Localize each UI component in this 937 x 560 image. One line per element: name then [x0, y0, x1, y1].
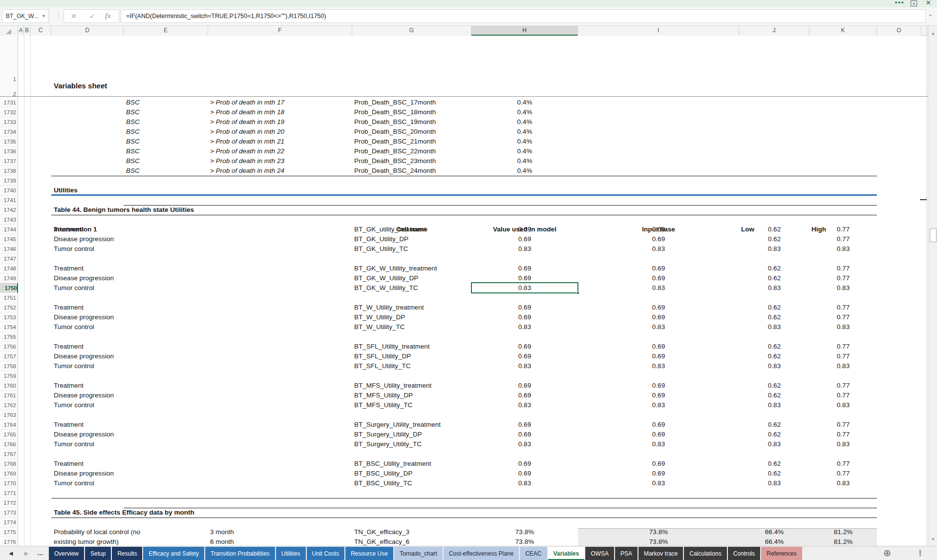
vertical-scrollbar[interactable]: ▲ ▼: [928, 26, 937, 546]
cell-D1745[interactable]: Disease progression: [54, 234, 114, 244]
cell-G1758[interactable]: BT_SFL_Utility_TC: [354, 361, 470, 371]
cell-I1775[interactable]: 73.8%: [578, 527, 739, 537]
cell-H1768[interactable]: 0.69: [471, 459, 578, 469]
cell-I1761[interactable]: 0.69: [578, 391, 739, 400]
cell-G1733[interactable]: Prob_Death_BSC_19month: [354, 117, 470, 127]
cell-J1753[interactable]: 0.62: [739, 312, 809, 322]
cell-J1766[interactable]: 0.83: [739, 439, 809, 449]
cell-H1745[interactable]: 0.69: [471, 234, 578, 244]
cell-F1734[interactable]: > Prob of death in mth 20: [210, 127, 284, 137]
cell-H1737[interactable]: 0.4%: [471, 156, 578, 166]
cell-I1753[interactable]: 0.69: [578, 312, 739, 322]
cell-G1734[interactable]: Prob_Death_BSC_20month: [354, 127, 470, 137]
sheet-tab-ceac[interactable]: CEAC: [520, 547, 547, 560]
table44-title[interactable]: Table 44. Benign tumors health state Uti…: [54, 205, 194, 215]
row-header-1754[interactable]: 1754: [0, 322, 16, 332]
cell-G1775[interactable]: TN_GK_efficacy_3: [354, 527, 470, 537]
cell-H1738[interactable]: 0.4%: [471, 166, 578, 176]
cell-H1769[interactable]: 0.69: [471, 469, 578, 478]
cell-K1745[interactable]: 0.77: [809, 234, 877, 244]
row-header-1741[interactable]: 1741: [0, 195, 16, 205]
cell-J1775[interactable]: 66.4%: [739, 527, 809, 537]
cell-H1761[interactable]: 0.69: [471, 391, 578, 400]
cell-I1760[interactable]: 0.69: [578, 381, 739, 391]
sheet-tab-utilities[interactable]: Utilities: [276, 547, 306, 560]
cell-H1744[interactable]: 0.69: [471, 225, 578, 234]
column-header-A[interactable]: A: [18, 26, 24, 36]
cell-H1732[interactable]: 0.4%: [471, 107, 578, 117]
cell-H1733[interactable]: 0.4%: [471, 117, 578, 127]
cancel-icon[interactable]: ✕: [71, 10, 77, 22]
cell-H1757[interactable]: 0.69: [471, 352, 578, 361]
cell-D1757[interactable]: Disease progression: [54, 352, 114, 361]
cell-F1732[interactable]: > Prob of death in mth 18: [210, 107, 284, 117]
cell-I1749[interactable]: 0.69: [578, 273, 739, 283]
sheet-tab-markov-trace[interactable]: Markov trace: [639, 547, 683, 560]
cell-D1749[interactable]: Disease progression: [54, 273, 114, 283]
row-header-1763[interactable]: 1763: [0, 410, 16, 420]
cell-H1760[interactable]: 0.69: [471, 381, 578, 391]
cell-D1776[interactable]: existing tumor growth): [54, 537, 119, 546]
cell-H1752[interactable]: 0.69: [471, 303, 578, 312]
cell-G1735[interactable]: Prob_Death_BSC_21month: [354, 137, 470, 146]
cell-G1757[interactable]: BT_SFL_Utility_DP: [354, 352, 470, 361]
row-header-1767[interactable]: 1767: [0, 449, 16, 459]
row-header-1768[interactable]: 1768: [0, 459, 16, 469]
cell-G1744[interactable]: BT_GK_utility_treatment: [354, 225, 470, 234]
cell-K1750[interactable]: 0.83: [809, 283, 877, 293]
row-header-1773[interactable]: 1773: [0, 508, 16, 518]
row-header-1736[interactable]: 1736: [0, 146, 16, 156]
cell-D1765[interactable]: Disease progression: [54, 430, 114, 439]
cell-G1732[interactable]: Prob_Death_BSC_18month: [354, 107, 470, 117]
selected-cell-outline[interactable]: [471, 282, 578, 293]
utilities-heading[interactable]: Utilities: [54, 186, 78, 195]
cell-D1758[interactable]: Tumor control: [54, 361, 94, 371]
row-header-1742[interactable]: 1742: [0, 205, 16, 215]
cell-G1768[interactable]: BT_BSC_Utility_treatment: [354, 459, 470, 469]
row-header-1738[interactable]: 1738: [0, 166, 16, 176]
cell-K1764[interactable]: 0.77: [809, 420, 877, 430]
sheet-tab-controls[interactable]: Controls: [728, 547, 761, 560]
cell-E1736[interactable]: BSC: [126, 146, 140, 156]
cell-J1761[interactable]: 0.62: [739, 391, 809, 400]
cell-F1735[interactable]: > Prob of death in mth 21: [210, 137, 284, 146]
sheet-tab-efficacy-and-safety[interactable]: Efficacy and Safety: [143, 547, 204, 560]
row-header-1756[interactable]: 1756: [0, 342, 16, 352]
cell-I1758[interactable]: 0.83: [578, 361, 739, 371]
cell-D1761[interactable]: Disease progression: [54, 391, 114, 400]
cell-F1731[interactable]: > Prob of death in mth 17: [210, 98, 284, 107]
row-header-1770[interactable]: 1770: [0, 478, 16, 488]
sheet-tab-setup[interactable]: Setup: [85, 547, 111, 560]
cell-E1731[interactable]: BSC: [126, 98, 140, 107]
row-header-1747[interactable]: 1747: [0, 254, 16, 264]
cell-K1770[interactable]: 0.83: [809, 478, 877, 488]
cell-D1769[interactable]: Disease progression: [54, 469, 114, 478]
cell-J1744[interactable]: 0.62: [739, 225, 809, 234]
cell-F1775[interactable]: 3 month: [210, 527, 234, 537]
name-box[interactable]: BT_GK_W... ▼: [2, 9, 49, 23]
cell-I1768[interactable]: 0.69: [578, 459, 739, 469]
cell-J1746[interactable]: 0.83: [739, 244, 809, 254]
cell-G1760[interactable]: BT_MFS_Utility_treatment: [354, 381, 470, 391]
cell-G1762[interactable]: BT_MFS_Utility_TC: [354, 400, 470, 410]
name-box-dropdown-icon[interactable]: ▼: [42, 10, 46, 22]
row-header-2-clipped[interactable]: 2: [0, 89, 16, 96]
cell-E1734[interactable]: BSC: [126, 127, 140, 137]
row-header-2[interactable]: 2: [0, 89, 16, 96]
cell-G1749[interactable]: BT_GK_W_Utility_DP: [354, 273, 470, 283]
cell-H1754[interactable]: 0.83: [471, 322, 578, 332]
sheet-tab-references[interactable]: References: [761, 547, 802, 560]
row-header-1775[interactable]: 1775: [0, 527, 16, 537]
row-header-1762[interactable]: 1762: [0, 400, 16, 410]
row-header-1743[interactable]: 1743: [0, 215, 16, 225]
cell-D1760[interactable]: Treatment: [54, 381, 84, 391]
cell-F1736[interactable]: > Prob of death in mth 22: [210, 146, 284, 156]
cell-K1761[interactable]: 0.77: [809, 391, 877, 400]
sheet-tab-results[interactable]: Results: [112, 547, 142, 560]
cell-D1762[interactable]: Tumor control: [54, 400, 94, 410]
sheet-title[interactable]: Variables sheet: [54, 81, 107, 91]
tab-overflow-icon[interactable]: …: [37, 546, 43, 560]
cell-G1765[interactable]: BT_Surgery_Utility_DP: [354, 430, 470, 439]
row-header-1734[interactable]: 1734: [0, 127, 16, 137]
row-header-1774[interactable]: 1774: [0, 518, 16, 527]
